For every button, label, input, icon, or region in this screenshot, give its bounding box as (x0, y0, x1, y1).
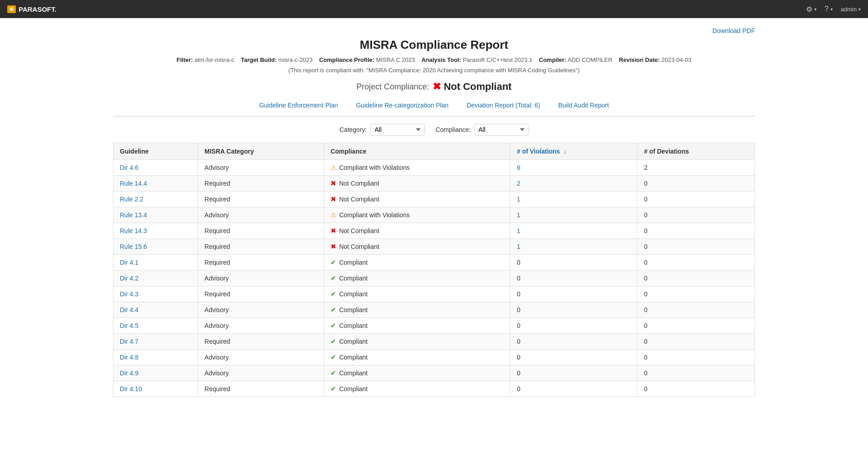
report-meta: Filter: atm-for-misra-c Target Build: mi… (113, 56, 755, 63)
project-compliance-row: Project Compliance: ✖ Not Compliant (113, 81, 755, 93)
build-audit-report-link[interactable]: Build Audit Report (558, 102, 609, 109)
cell-compliance: ✔Compliant (324, 318, 510, 334)
report-title: MISRA Compliance Report (113, 38, 755, 52)
guideline-link[interactable]: Rule 13.4 (120, 211, 147, 219)
cell-category: Advisory (198, 207, 324, 223)
cell-compliance: ✔Compliant (324, 381, 510, 397)
guideline-link[interactable]: Dir 4.4 (120, 306, 138, 313)
category-filter-select[interactable]: All Required Advisory Mandatory (370, 124, 425, 136)
table-header-row: Guideline MISRA Category Compliance # of… (113, 143, 755, 160)
violation-count-link[interactable]: 2 (517, 180, 520, 187)
settings-chevron: ▾ (814, 7, 816, 12)
guideline-link[interactable]: Rule 14.4 (120, 180, 147, 187)
admin-menu[interactable]: admin ▾ (841, 6, 861, 13)
guideline-link[interactable]: Dir 4.6 (120, 164, 138, 171)
compliance-text: Compliant (339, 275, 368, 282)
cell-deviations: 0 (637, 239, 755, 255)
cell-violations: 1 (510, 192, 637, 207)
target-build-label: Target Build: (241, 56, 277, 63)
table-row: Rule 14.3Required✖Not Compliant10 (113, 223, 755, 239)
compliance-text: Compliant (339, 369, 368, 377)
guideline-link[interactable]: Dir 4.7 (120, 338, 138, 345)
table-row: Dir 4.7Required✔Compliant00 (113, 334, 755, 350)
cell-guideline: Dir 4.3 (113, 286, 198, 302)
not-compliant-badge: ✖ Not Compliant (433, 81, 511, 93)
table-row: Dir 4.8Advisory✔Compliant00 (113, 350, 755, 365)
guideline-link[interactable]: Dir 4.3 (120, 290, 138, 298)
not-compliant-icon: ✖ (330, 243, 336, 251)
cell-deviations: 2 (637, 160, 755, 176)
compliance-filter-select[interactable]: All Compliant Not Compliant Compliant wi… (474, 124, 528, 136)
target-build-value: misra-c-2023 (278, 56, 313, 63)
filter-value: atm-for-misra-c (194, 56, 234, 63)
cell-guideline: Dir 4.9 (113, 365, 198, 381)
links-row: Guideline Enforcement Plan Guideline Re-… (113, 102, 755, 117)
compliant-icon: ✔ (330, 353, 336, 361)
cell-violations: 0 (510, 365, 637, 381)
category-filter-group: Category: All Required Advisory Mandator… (340, 124, 425, 136)
guideline-link[interactable]: Dir 4.8 (120, 354, 138, 361)
cell-compliance: ✔Compliant (324, 350, 510, 365)
guideline-recategorization-link[interactable]: Guideline Re-categorization Plan (356, 102, 448, 109)
guideline-link[interactable]: Rule 2.2 (120, 196, 143, 203)
cell-category: Advisory (198, 302, 324, 318)
analysis-tool-value: Parasoft C/C++test 2023.1 (463, 56, 533, 63)
col-misra-category: MISRA Category (198, 143, 324, 160)
violation-count-link[interactable]: 1 (517, 243, 520, 250)
compliant-icon: ✔ (330, 385, 336, 393)
cell-deviations: 0 (637, 223, 755, 239)
cell-category: Advisory (198, 350, 324, 365)
cell-guideline: Rule 13.4 (113, 207, 198, 223)
guideline-link[interactable]: Dir 4.10 (120, 385, 142, 393)
cell-violations: 0 (510, 334, 637, 350)
cell-category: Required (198, 255, 324, 271)
cell-violations: 1 (510, 223, 637, 239)
cell-compliance: ⚠Compliant with Violations (324, 207, 510, 223)
guideline-link[interactable]: Dir 4.2 (120, 275, 138, 282)
violation-count-link[interactable]: 1 (517, 196, 520, 203)
cell-guideline: Dir 4.2 (113, 271, 198, 286)
cell-guideline: Rule 14.4 (113, 176, 198, 192)
cell-violations: 0 (510, 350, 637, 365)
logo-icon: ⊕ (7, 5, 16, 13)
table-row: Rule 13.4Advisory⚠Compliant with Violati… (113, 207, 755, 223)
guideline-link[interactable]: Dir 4.1 (120, 259, 138, 266)
compliance-table: Guideline MISRA Category Compliance # of… (113, 143, 755, 397)
cell-guideline: Rule 2.2 (113, 192, 198, 207)
guideline-link[interactable]: Rule 15.6 (120, 243, 147, 250)
cell-guideline: Dir 4.1 (113, 255, 198, 271)
guideline-link[interactable]: Dir 4.5 (120, 322, 138, 329)
violation-count-link[interactable]: 1 (517, 227, 520, 234)
violation-count-link[interactable]: 1 (517, 211, 520, 219)
col-deviations: # of Deviations (637, 143, 755, 160)
download-pdf-link[interactable]: Download PDF (712, 27, 755, 34)
compliant-icon: ✔ (330, 274, 336, 282)
cell-compliance: ✔Compliant (324, 286, 510, 302)
compliance-text: Compliant (339, 338, 368, 345)
cell-violations: 1 (510, 207, 637, 223)
gear-icon: ⚙ (806, 5, 812, 14)
cell-category: Advisory (198, 160, 324, 176)
violation-count-link[interactable]: 6 (517, 164, 520, 171)
topnav-right: ⚙ ▾ ? ▾ admin ▾ (806, 5, 861, 14)
cell-guideline: Dir 4.7 (113, 334, 198, 350)
col-guideline: Guideline (113, 143, 198, 160)
cell-guideline: Rule 14.3 (113, 223, 198, 239)
compliance-text: Compliant (339, 354, 368, 361)
cell-violations: 0 (510, 381, 637, 397)
guideline-link[interactable]: Dir 4.9 (120, 369, 138, 377)
compliance-text: Compliant (339, 290, 368, 298)
compliance-text: Not Compliant (339, 227, 379, 234)
deviation-report-link[interactable]: Deviation Report (Total: 6) (467, 102, 540, 109)
cell-guideline: Dir 4.5 (113, 318, 198, 334)
cell-category: Advisory (198, 318, 324, 334)
help-button[interactable]: ? ▾ (825, 5, 833, 13)
cell-deviations: 0 (637, 255, 755, 271)
filters-row: Category: All Required Advisory Mandator… (113, 124, 755, 136)
settings-button[interactable]: ⚙ ▾ (806, 5, 816, 14)
col-violations[interactable]: # of Violations ↓ (510, 143, 637, 160)
topnav: ⊕ PARASOFT. ⚙ ▾ ? ▾ admin ▾ (0, 0, 868, 18)
project-compliance-label: Project Compliance: (356, 82, 429, 92)
guideline-link[interactable]: Rule 14.3 (120, 227, 147, 234)
guideline-enforcement-link[interactable]: Guideline Enforcement Plan (259, 102, 338, 109)
